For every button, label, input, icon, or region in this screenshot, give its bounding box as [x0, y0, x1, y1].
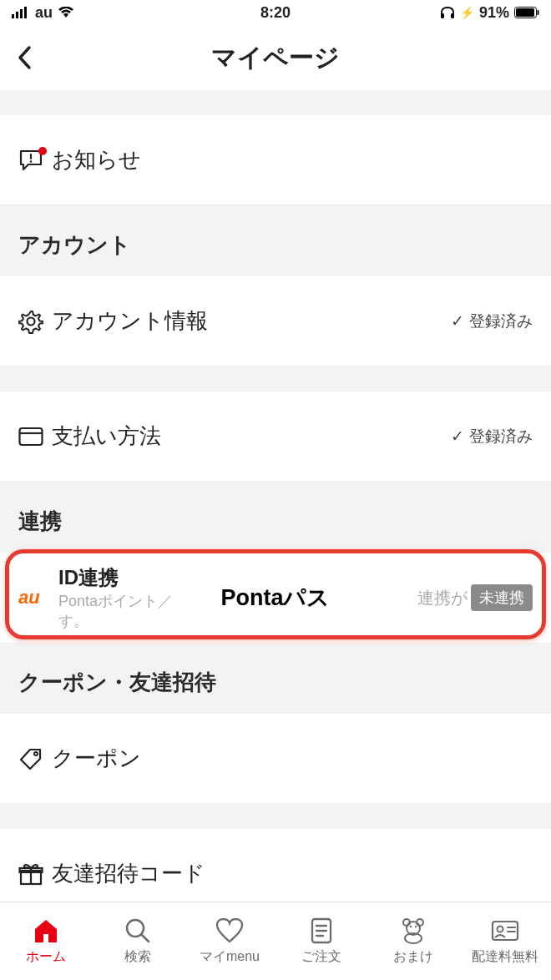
check-icon: ✓ — [451, 311, 464, 331]
payment-label: 支払い方法 — [52, 422, 451, 451]
account-info-label: アカウント情報 — [52, 306, 451, 336]
gear-icon — [18, 309, 43, 334]
account-info-row[interactable]: アカウント情報 ✓ 登録済み — [0, 276, 551, 366]
svg-point-14 — [34, 752, 38, 755]
tab-freeship[interactable]: 配達料無料 — [459, 902, 551, 980]
wifi-icon — [58, 7, 74, 18]
tab-bonus-label: おまけ — [393, 948, 433, 966]
svg-rect-7 — [516, 8, 534, 17]
svg-rect-0 — [12, 14, 14, 18]
tab-freeship-label: 配達料無料 — [472, 948, 538, 966]
check-icon: ✓ — [451, 427, 464, 446]
au-link-sub2: す。 — [58, 611, 417, 631]
credit-card-icon — [18, 427, 43, 447]
battery-percent: 91% — [479, 4, 509, 22]
status-left: au — [12, 4, 74, 22]
au-logo-icon: au — [18, 587, 58, 609]
tab-bar: ホーム 検索 マイmenu ご注文 おまけ — [0, 902, 551, 980]
au-link-title: ID連携 — [58, 564, 417, 591]
battery-icon — [514, 7, 539, 18]
tab-home[interactable]: ホーム — [0, 902, 92, 980]
receipt-icon — [310, 917, 333, 945]
svg-point-18 — [127, 920, 144, 937]
speech-bubble-icon — [18, 149, 43, 172]
svg-rect-3 — [24, 7, 27, 18]
svg-line-19 — [142, 935, 149, 942]
tab-mymenu-label: マイmenu — [200, 948, 260, 966]
coupon-label: クーポン — [52, 744, 533, 773]
carrier-label: au — [35, 4, 53, 22]
svg-point-28 — [410, 926, 412, 927]
battery-charge-icon: ⚡ — [460, 6, 474, 19]
svg-rect-2 — [20, 9, 23, 18]
back-button[interactable] — [10, 38, 40, 77]
status-bar: au 8:20 ⚡ 91% — [0, 0, 551, 25]
svg-rect-1 — [16, 12, 18, 18]
au-id-link-row[interactable]: au ID連携 Pontaポイント／ す。 連携が 未連携 Pontaパス — [0, 553, 551, 643]
unlinked-badge: 未連携 — [471, 584, 533, 611]
search-icon — [124, 917, 151, 945]
id-card-icon — [491, 917, 519, 945]
coupon-row[interactable]: クーポン — [0, 714, 551, 804]
status-right: ⚡ 91% — [440, 4, 539, 22]
au-link-right-text: 連携が — [417, 587, 468, 609]
status-time: 8:20 — [260, 4, 291, 22]
tab-bonus[interactable]: おまけ — [367, 902, 459, 980]
notifications-label: お知らせ — [52, 145, 533, 174]
notifications-row[interactable]: お知らせ — [0, 115, 551, 205]
tab-search[interactable]: 検索 — [92, 902, 184, 980]
svg-point-31 — [498, 927, 503, 932]
invite-label: 友達招待コード — [52, 859, 533, 888]
nav-header: マイページ — [0, 25, 551, 90]
headphones-icon — [440, 6, 455, 19]
svg-rect-12 — [20, 428, 43, 445]
svg-point-11 — [28, 317, 35, 325]
tab-order[interactable]: ご注文 — [276, 902, 367, 980]
chevron-left-icon — [17, 45, 33, 70]
payment-status: ✓ 登録済み — [451, 426, 533, 447]
content: お知らせ アカウント アカウント情報 ✓ 登録済み 支払い方法 — [0, 90, 551, 902]
svg-rect-8 — [538, 10, 539, 15]
account-info-status: ✓ 登録済み — [451, 311, 533, 332]
tab-order-label: ご注文 — [301, 948, 341, 966]
tab-search-label: 検索 — [124, 948, 151, 966]
au-link-sub1: Pontaポイント／ — [58, 591, 417, 611]
svg-point-10 — [30, 160, 33, 163]
home-icon — [32, 917, 60, 945]
svg-rect-5 — [451, 13, 454, 18]
section-header-link: 連携 — [0, 482, 551, 553]
price-tag-icon — [18, 747, 43, 770]
teddy-bear-icon — [400, 917, 427, 945]
page-title: マイページ — [211, 41, 340, 75]
section-header-account: アカウント — [0, 205, 551, 276]
section-header-coupon: クーポン・友達招待 — [0, 643, 551, 714]
tab-home-label: ホーム — [26, 948, 66, 966]
gift-icon — [18, 862, 43, 886]
heart-icon — [215, 917, 244, 945]
signal-icon — [12, 7, 30, 18]
invite-row[interactable]: 友達招待コード — [0, 829, 551, 902]
payment-row[interactable]: 支払い方法 ✓ 登録済み — [0, 391, 551, 482]
notification-dot-icon — [38, 147, 47, 155]
svg-rect-4 — [441, 13, 444, 18]
tab-mymenu[interactable]: マイmenu — [184, 902, 276, 980]
svg-point-29 — [415, 926, 417, 927]
